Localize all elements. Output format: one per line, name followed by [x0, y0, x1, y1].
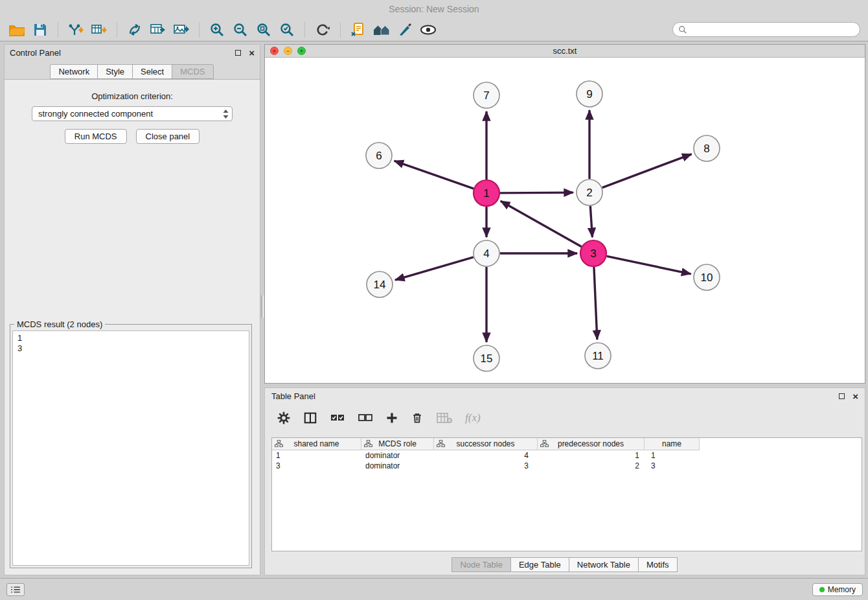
- houses-button[interactable]: [371, 21, 392, 39]
- table-row[interactable]: 1 dominator 4 1 1: [272, 450, 862, 461]
- houses-icon: [372, 23, 391, 37]
- network-canvas[interactable]: 7968124314101511: [265, 58, 865, 383]
- copy-document-button[interactable]: [348, 21, 369, 39]
- graph-node-8[interactable]: 8: [694, 135, 720, 161]
- graph-node-4[interactable]: 4: [474, 240, 499, 266]
- table-panel-title: Table Panel: [271, 391, 315, 401]
- graph-edge-3-11[interactable]: [594, 267, 597, 340]
- tab-network-table[interactable]: Network Table: [569, 557, 639, 572]
- close-window-icon[interactable]: ×: [270, 47, 279, 55]
- save-session-button[interactable]: [30, 21, 51, 39]
- graph-node-15[interactable]: 15: [474, 345, 499, 371]
- zoom-selected-button[interactable]: [277, 21, 297, 39]
- delete-table-icon[interactable]: [436, 411, 453, 424]
- graph-node-3[interactable]: 3: [580, 240, 606, 266]
- cell-predecessor-nodes: 1: [538, 451, 645, 460]
- import-network-button[interactable]: [65, 21, 86, 39]
- memory-button[interactable]: Memory: [812, 583, 863, 596]
- mcds-panel-content: Optimization criterion: strongly connect…: [5, 91, 260, 144]
- mcds-result-line: 1: [17, 333, 244, 343]
- trash-icon[interactable]: [411, 411, 424, 425]
- function-builder-icon[interactable]: f(x): [465, 411, 481, 424]
- close-panel-icon[interactable]: ×: [249, 48, 255, 58]
- close-table-panel-icon[interactable]: ×: [852, 391, 858, 401]
- column-header-successor-nodes[interactable]: successor nodes: [434, 438, 538, 450]
- eye-button[interactable]: [418, 21, 439, 39]
- export-image-icon: [173, 22, 190, 38]
- graph-edge-1-2[interactable]: [500, 192, 573, 193]
- graph-node-label: 4: [483, 248, 489, 260]
- tab-mcds[interactable]: MCDS: [172, 64, 213, 79]
- minimize-window-icon[interactable]: −: [284, 47, 292, 55]
- column-header-predecessor-nodes[interactable]: predecessor nodes: [538, 438, 645, 450]
- graph-edge-3-1[interactable]: [501, 201, 582, 246]
- graph-edge-1-6[interactable]: [394, 161, 474, 189]
- tab-network[interactable]: Network: [50, 64, 98, 79]
- tab-motifs[interactable]: Motifs: [638, 557, 678, 572]
- column-header-mcds-role[interactable]: MCDS role: [361, 438, 434, 450]
- maximize-window-icon[interactable]: +: [297, 47, 306, 55]
- control-panel-tabbar: Network Style Select MCDS: [5, 60, 260, 80]
- close-panel-button[interactable]: Close panel: [136, 129, 200, 144]
- gear-icon[interactable]: [277, 411, 291, 425]
- graph-edge-3-10[interactable]: [607, 256, 691, 273]
- graph-node-9[interactable]: 9: [577, 81, 602, 107]
- task-history-button[interactable]: [6, 583, 25, 596]
- tab-edge-table[interactable]: Edge Table: [510, 557, 569, 572]
- graph-edge-2-8[interactable]: [602, 154, 692, 188]
- column-header-shared-name[interactable]: shared name: [272, 438, 361, 450]
- memory-label: Memory: [828, 585, 856, 594]
- refresh-layout-button[interactable]: [312, 21, 333, 39]
- graph-node-7[interactable]: 7: [474, 82, 499, 108]
- tab-style[interactable]: Style: [97, 64, 133, 79]
- graph-node-2[interactable]: 2: [577, 179, 602, 205]
- tab-node-table[interactable]: Node Table: [451, 557, 511, 572]
- criterion-value: strongly connected component: [38, 109, 153, 119]
- network-graph[interactable]: 7968124314101511: [265, 58, 865, 383]
- network-from-selection-button[interactable]: [124, 21, 145, 39]
- graph-edge-4-14[interactable]: [395, 257, 474, 280]
- unselect-all-icon[interactable]: [358, 412, 373, 424]
- mcds-result-box[interactable]: 1 3: [12, 330, 249, 566]
- zoom-out-button[interactable]: [230, 21, 251, 39]
- criterion-dropdown[interactable]: strongly connected component: [32, 106, 233, 121]
- choose-columns-icon[interactable]: [303, 411, 317, 425]
- graph-node-6[interactable]: 6: [366, 143, 392, 168]
- search-input[interactable]: [691, 25, 854, 34]
- run-mcds-button[interactable]: Run MCDS: [65, 129, 127, 144]
- export-image-button[interactable]: [171, 21, 192, 39]
- column-label: successor nodes: [456, 439, 514, 448]
- select-all-icon[interactable]: [330, 412, 345, 424]
- table-window-button[interactable]: [148, 21, 168, 39]
- float-table-panel-icon[interactable]: [839, 393, 845, 399]
- float-panel-icon[interactable]: [235, 50, 241, 56]
- toolbar-separator: [304, 22, 305, 38]
- graph-edge-2-3[interactable]: [590, 206, 592, 237]
- toolbar-separator: [58, 22, 58, 38]
- zoom-fit-button[interactable]: [253, 21, 274, 39]
- import-table-button[interactable]: [89, 21, 109, 39]
- hierarchy-icon: [540, 440, 549, 447]
- zoom-in-button[interactable]: [207, 21, 227, 39]
- control-panel-header: Control Panel ×: [5, 45, 260, 60]
- search-field[interactable]: [672, 22, 860, 37]
- graph-node-label: 10: [701, 271, 713, 284]
- mcds-result-title: MCDS result (2 nodes): [14, 319, 105, 329]
- graph-node-1[interactable]: 1: [474, 180, 499, 206]
- graph-node-label: 7: [483, 89, 489, 102]
- optimization-criterion-label: Optimization criterion:: [5, 91, 260, 101]
- network-view-window: × − + scc.txt 7968124314101511: [264, 44, 865, 384]
- add-row-icon[interactable]: [385, 411, 398, 424]
- style-brush-button[interactable]: [394, 21, 415, 39]
- cell-shared-name: 1: [272, 451, 361, 460]
- copy-document-icon: [350, 22, 366, 38]
- zoom-fit-icon: [256, 22, 271, 38]
- table-row[interactable]: 3 dominator 3 2 3: [272, 461, 862, 471]
- graph-node-14[interactable]: 14: [367, 271, 393, 297]
- tab-select[interactable]: Select: [132, 64, 172, 79]
- open-session-button[interactable]: [6, 21, 27, 39]
- column-header-name[interactable]: name: [645, 438, 700, 450]
- graph-node-10[interactable]: 10: [694, 264, 720, 290]
- graph-node-11[interactable]: 11: [585, 343, 611, 369]
- node-table: shared name MCDS role successor nodes pr…: [271, 437, 862, 551]
